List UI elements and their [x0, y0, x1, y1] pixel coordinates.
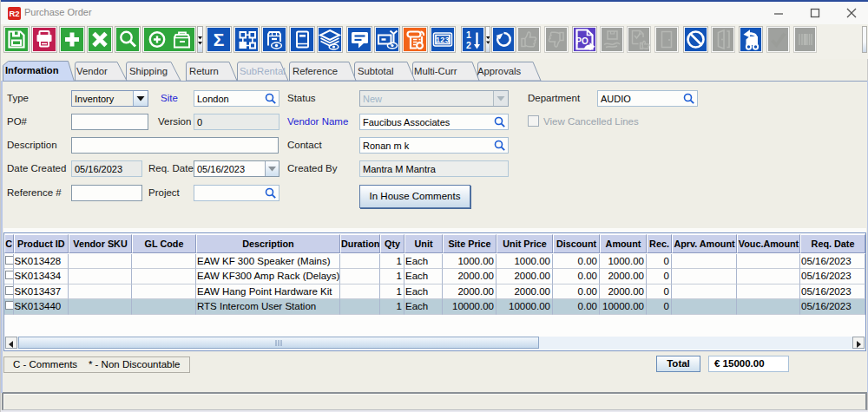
svg-text:Shipping: Shipping: [129, 66, 168, 76]
svg-text:Σ: Σ: [214, 29, 225, 49]
svg-text:Approvals: Approvals: [477, 66, 522, 76]
svg-text:1: 1: [466, 29, 471, 40]
svg-text:2: 2: [466, 40, 471, 50]
svg-text:Return: Return: [189, 66, 219, 76]
svg-text:SubRental: SubRental: [240, 66, 286, 76]
svg-text:Reference: Reference: [293, 66, 338, 76]
svg-text:123: 123: [436, 36, 450, 44]
svg-text:Subtotal: Subtotal: [358, 66, 393, 76]
svg-text:Information: Information: [5, 65, 59, 75]
svg-text:Vendor: Vendor: [76, 66, 108, 76]
svg-text:Multi-Curr: Multi-Curr: [414, 66, 457, 76]
svg-text:PO: PO: [575, 36, 589, 46]
